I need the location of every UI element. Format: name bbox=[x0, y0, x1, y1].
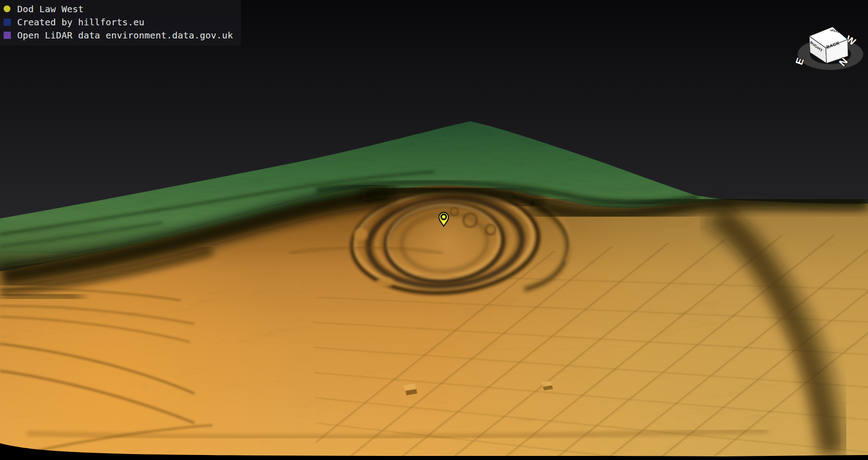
legend-panel: Dod Law West Created by hillforts.eu Ope… bbox=[0, 0, 241, 46]
legend-data-source-label: Open LiDAR data environment.data.gov.uk bbox=[17, 30, 233, 41]
orientation-cube-gizmo[interactable]: W TOP RIGHT BACK E N bbox=[792, 13, 868, 78]
data-source-swatch bbox=[4, 32, 11, 39]
lidar-3d-viewport[interactable]: Dod Law West Created by hillforts.eu Ope… bbox=[0, 0, 868, 460]
legend-item-site: Dod Law West bbox=[4, 2, 233, 15]
terrain-render[interactable] bbox=[0, 0, 868, 460]
credit-swatch bbox=[4, 19, 11, 26]
legend-item-credit: Created by hillforts.eu bbox=[4, 15, 233, 28]
site-marker-swatch bbox=[4, 5, 10, 12]
legend-credit-label: Created by hillforts.eu bbox=[17, 17, 145, 28]
legend-site-label: Dod Law West bbox=[17, 4, 84, 14]
legend-item-data-source: Open LiDAR data environment.data.gov.uk bbox=[4, 28, 233, 42]
